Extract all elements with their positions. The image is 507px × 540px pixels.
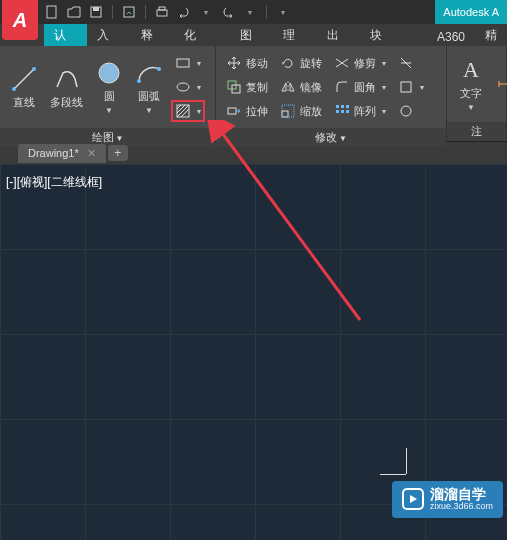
panel-modify-title[interactable]: 修改▼ xyxy=(216,128,446,147)
tool-extra2[interactable]: ▾ xyxy=(394,76,428,98)
svg-point-7 xyxy=(12,87,16,91)
ribbon-tabs: 默认 插入 注释 参数化 视图 管理 输出 附加模块 A360 精 xyxy=(0,24,507,46)
tool-ellipse[interactable]: ▾ xyxy=(171,76,205,98)
svg-rect-32 xyxy=(401,82,411,92)
svg-rect-26 xyxy=(336,105,339,108)
svg-line-16 xyxy=(177,105,185,113)
tool-hatch-highlighted[interactable]: ▾ xyxy=(171,100,205,122)
text-icon: A xyxy=(457,56,485,84)
tool-mirror[interactable]: 镜像 xyxy=(276,76,326,98)
svg-point-8 xyxy=(32,67,36,71)
tool-arc[interactable]: 圆弧 ▼ xyxy=(129,55,169,119)
scale-icon xyxy=(280,103,296,119)
new-icon[interactable] xyxy=(44,4,60,20)
tool-stretch[interactable]: 拉伸 xyxy=(222,100,272,122)
svg-rect-4 xyxy=(157,10,167,16)
tool-extra1[interactable] xyxy=(394,52,428,74)
save-icon[interactable] xyxy=(88,4,104,20)
svg-line-18 xyxy=(181,109,189,117)
ellipse-icon xyxy=(175,79,191,95)
extra-icon xyxy=(398,103,414,119)
plot-icon[interactable] xyxy=(154,4,170,20)
tool-rotate[interactable]: 旋转 xyxy=(276,52,326,74)
hatch-icon xyxy=(175,103,191,119)
svg-rect-2 xyxy=(93,7,99,11)
dropdown-icon[interactable]: ▼ xyxy=(242,4,258,20)
tool-trim[interactable]: 修剪▾ xyxy=(330,52,390,74)
tool-line[interactable]: 直线 xyxy=(4,61,44,114)
rect-icon xyxy=(175,55,191,71)
fillet-icon xyxy=(334,79,350,95)
cursor-crosshair xyxy=(380,474,406,475)
tool-rect[interactable]: ▾ xyxy=(171,52,205,74)
redo-icon[interactable] xyxy=(220,4,236,20)
close-icon[interactable]: ✕ xyxy=(87,147,96,160)
arc-icon xyxy=(135,59,163,87)
svg-point-13 xyxy=(177,83,189,91)
app-title: Autodesk A xyxy=(435,0,507,24)
qat-more-icon[interactable]: ▼ xyxy=(275,4,291,20)
svg-point-10 xyxy=(137,79,141,83)
tool-copy[interactable]: 复制 xyxy=(222,76,272,98)
svg-rect-30 xyxy=(341,110,344,113)
titlebar: A ▼ ▼ ▼ Autodesk A xyxy=(0,0,507,24)
copy-icon xyxy=(226,79,242,95)
cursor-crosshair xyxy=(406,448,407,474)
chevron-down-icon: ▼ xyxy=(105,106,113,115)
dim-icon xyxy=(497,76,507,92)
tool-move[interactable]: 移动 xyxy=(222,52,272,74)
mirror-icon xyxy=(280,79,296,95)
tool-array[interactable]: 阵列▾ xyxy=(330,100,390,122)
quick-access-toolbar: ▼ ▼ ▼ xyxy=(44,4,291,20)
svg-rect-21 xyxy=(228,108,236,114)
array-icon xyxy=(334,103,350,119)
tool-text[interactable]: A 文字 ▼ xyxy=(451,52,491,116)
tool-circle[interactable]: 圆 ▼ xyxy=(89,55,129,119)
tab-precision[interactable]: 精 xyxy=(475,25,507,46)
svg-line-6 xyxy=(14,69,34,89)
svg-rect-31 xyxy=(346,110,349,113)
dropdown-icon[interactable]: ▼ xyxy=(198,4,214,20)
tool-fillet[interactable]: 圆角▾ xyxy=(330,76,390,98)
svg-rect-28 xyxy=(346,105,349,108)
ribbon: 直线 多段线 圆 ▼ 圆弧 ▼ ▾ ▾ ▾ 绘图▼ xyxy=(0,46,507,142)
svg-rect-12 xyxy=(177,59,189,67)
tool-scale[interactable]: 缩放 xyxy=(276,100,326,122)
move-icon xyxy=(226,55,242,71)
panel-annotation-title[interactable]: 注 xyxy=(447,122,506,141)
rotate-icon xyxy=(280,55,296,71)
saveas-icon[interactable] xyxy=(121,4,137,20)
undo-icon[interactable] xyxy=(176,4,192,20)
stretch-icon xyxy=(226,103,242,119)
play-icon xyxy=(402,488,424,510)
file-tab-active[interactable]: Drawing1* ✕ xyxy=(18,144,106,163)
svg-point-33 xyxy=(401,106,411,116)
svg-rect-27 xyxy=(341,105,344,108)
svg-point-11 xyxy=(157,67,161,71)
viewport-label[interactable]: [-][俯视][二维线框] xyxy=(6,174,102,191)
trim-icon xyxy=(334,55,350,71)
tool-extra3[interactable] xyxy=(394,100,428,122)
watermark: 溜溜自学 zixue.3d66.com xyxy=(392,481,503,518)
svg-line-15 xyxy=(177,105,181,109)
line-icon xyxy=(10,65,38,93)
svg-rect-29 xyxy=(336,110,339,113)
chevron-down-icon: ▼ xyxy=(145,106,153,115)
panel-draw: 直线 多段线 圆 ▼ 圆弧 ▼ ▾ ▾ ▾ 绘图▼ xyxy=(0,46,216,141)
panel-modify: 移动 复制 拉伸 旋转 镜像 缩放 修剪▾ 圆角▾ 阵列▾ ▾ 修改▼ xyxy=(216,46,447,141)
chevron-down-icon: ▼ xyxy=(467,103,475,112)
open-icon[interactable] xyxy=(66,4,82,20)
polyline-icon xyxy=(53,65,81,93)
tab-a360[interactable]: A360 xyxy=(427,28,475,46)
new-tab-button[interactable]: + xyxy=(108,145,128,161)
svg-rect-22 xyxy=(282,111,288,117)
svg-rect-5 xyxy=(159,7,165,10)
tool-dim[interactable] xyxy=(493,73,507,95)
panel-annotation: A 文字 ▼ 注 xyxy=(447,46,507,141)
app-logo[interactable]: A xyxy=(2,0,38,40)
extra-icon xyxy=(398,55,414,71)
svg-rect-0 xyxy=(47,6,56,18)
svg-point-9 xyxy=(99,63,119,83)
extra-icon xyxy=(398,79,414,95)
tool-polyline[interactable]: 多段线 xyxy=(44,61,89,114)
